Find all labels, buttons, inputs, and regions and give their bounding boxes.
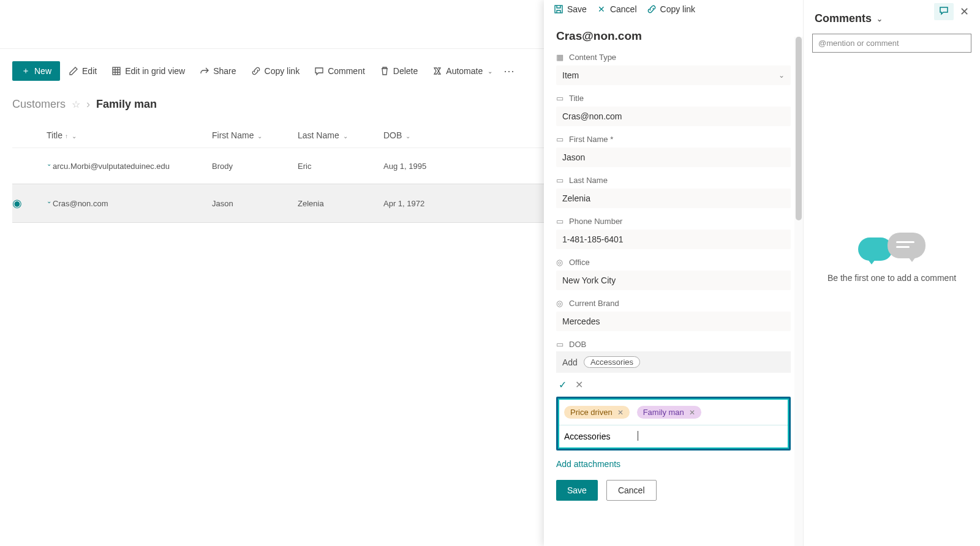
flow-icon — [432, 66, 442, 76]
choice-icon: ◎ — [556, 258, 565, 267]
col-title[interactable]: Title↑⌄ — [47, 130, 212, 140]
office-field[interactable]: New York City — [556, 271, 791, 290]
save-button[interactable]: Save — [556, 480, 598, 501]
comment-input[interactable]: @mention or comment — [812, 34, 971, 53]
chevron-down-icon: ⌄ — [405, 133, 410, 140]
speech-bubbles-icon — [858, 233, 925, 263]
chevron-down-icon: ⌄ — [488, 68, 492, 75]
plus-icon: ＋ — [21, 66, 31, 76]
suggested-tag-chip[interactable]: Accessories — [584, 356, 640, 368]
edit-grid-button[interactable]: Edit in grid view — [105, 62, 191, 80]
chevron-down-icon: ⌄ — [257, 133, 262, 140]
tag-suggestion-bar[interactable]: Add Accessories — [556, 351, 791, 373]
automate-button[interactable]: Automate ⌄ — [426, 62, 499, 80]
save-icon — [554, 4, 564, 14]
cancel-button[interactable]: Cancel — [606, 480, 657, 501]
remove-tag-icon[interactable]: ✕ — [689, 408, 695, 417]
panel-toolbar: Save ✕ Cancel Copy link — [544, 0, 803, 18]
chevron-right-icon: › — [86, 98, 90, 111]
last-name-field[interactable]: Zelenia — [556, 189, 791, 208]
comment-icon — [314, 66, 324, 76]
link-icon — [647, 4, 657, 14]
phone-field[interactable]: 1-481-185-6401 — [556, 230, 791, 249]
chevron-down-icon: ⌄ — [72, 133, 77, 140]
link-indicator-icon: ⌄ — [47, 198, 51, 204]
comments-pane: ✕ Comments ⌄ @mention or comment Be the … — [804, 0, 980, 546]
title-field[interactable]: Cras@non.com — [556, 107, 791, 126]
overflow-button[interactable]: ⋯ — [501, 64, 517, 78]
grid-icon — [111, 66, 121, 76]
copy-link-button[interactable]: Copy link — [245, 62, 306, 80]
new-button[interactable]: ＋ New — [12, 61, 60, 81]
breadcrumb-root[interactable]: Customers — [12, 98, 66, 111]
tag-editor: Price driven✕ Family man✕ — [556, 397, 791, 451]
remove-tag-icon[interactable]: ✕ — [617, 408, 624, 417]
form-body: Cras@non.com ▦Content Type Item⌄ ▭Title … — [544, 18, 803, 546]
item-panel: Save ✕ Cancel Copy link Cras@non.com ▦Co… — [544, 0, 980, 546]
chevron-down-icon: ⌄ — [343, 133, 348, 140]
star-icon[interactable]: ☆ — [72, 99, 80, 110]
tag-input[interactable] — [559, 425, 788, 447]
comments-empty-state: Be the first one to add a comment — [804, 55, 980, 546]
confirm-check-icon[interactable]: ✓ — [559, 379, 567, 391]
chevron-down-icon: ⌄ — [876, 15, 883, 23]
share-button[interactable]: Share — [194, 62, 242, 80]
comment-button[interactable]: Comment — [308, 62, 371, 80]
breadcrumb-leaf: Family man — [96, 98, 157, 111]
tag-pill[interactable]: Family man✕ — [637, 406, 701, 419]
trash-icon — [380, 66, 390, 76]
col-first-name[interactable]: First Name⌄ — [212, 130, 298, 140]
close-panel-icon[interactable]: ✕ — [954, 2, 975, 21]
svg-rect-1 — [555, 6, 562, 13]
delete-button[interactable]: Delete — [374, 62, 424, 80]
date-icon: ▭ — [556, 340, 565, 349]
comments-toggle-icon[interactable] — [934, 3, 954, 20]
chevron-down-icon: ⌄ — [778, 71, 785, 80]
text-field-icon: ▭ — [556, 94, 565, 103]
brand-field[interactable]: Mercedes — [556, 312, 791, 331]
col-last-name[interactable]: Last Name⌄ — [298, 130, 383, 140]
svg-rect-0 — [113, 67, 120, 75]
x-icon: ✕ — [597, 4, 606, 14]
text-field-icon: ▭ — [556, 135, 565, 144]
add-attachments-link[interactable]: Add attachments — [556, 459, 791, 469]
link-indicator-icon: ⌄ — [47, 160, 51, 167]
link-icon — [251, 66, 261, 76]
sort-asc-icon: ↑ — [65, 133, 68, 140]
pencil-icon — [69, 66, 78, 76]
share-icon — [200, 66, 209, 76]
panel-save-button[interactable]: Save — [554, 4, 587, 14]
first-name-field[interactable]: Jason — [556, 148, 791, 167]
tag-pill[interactable]: Price driven✕ — [564, 406, 630, 419]
content-type-icon: ▦ — [556, 53, 565, 62]
item-title: Cras@non.com — [556, 29, 791, 43]
text-field-icon: ▭ — [556, 176, 565, 185]
panel-copylink-button[interactable]: Copy link — [647, 4, 696, 14]
edit-button[interactable]: Edit — [62, 62, 103, 80]
confirm-x-icon[interactable]: ✕ — [575, 379, 583, 391]
form-pane: Save ✕ Cancel Copy link Cras@non.com ▦Co… — [544, 0, 804, 546]
content-type-select[interactable]: Item⌄ — [556, 65, 791, 85]
col-dob[interactable]: DOB⌄ — [383, 130, 475, 140]
panel-cancel-button[interactable]: ✕ Cancel — [597, 4, 637, 14]
scrollbar[interactable] — [794, 37, 803, 546]
text-field-icon: ▭ — [556, 217, 565, 226]
new-label: New — [34, 66, 51, 76]
check-circle-icon[interactable]: ◉ — [12, 197, 22, 209]
choice-icon: ◎ — [556, 299, 565, 308]
